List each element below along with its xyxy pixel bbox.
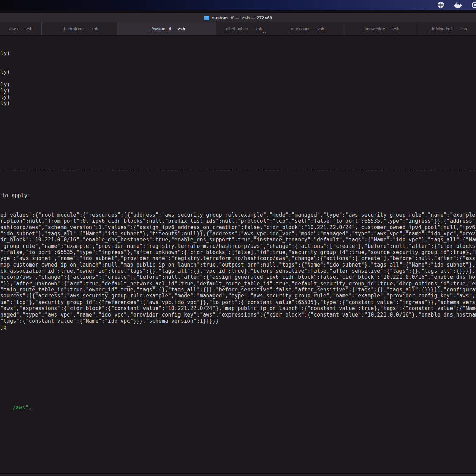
tab-label: .../custom_tf — xyxy=(148,27,176,31)
desktop-gap xyxy=(0,10,476,13)
json-line: naged","type":"aws_vpc","name":"ido_vpc"… xyxy=(0,312,476,318)
tab-label-zsh: -zsh xyxy=(176,27,185,31)
json-line: "ido_subnet"},"tags_all":{"Name":"ido_su… xyxy=(0,231,476,237)
shield-grid-icon[interactable] xyxy=(437,1,444,9)
json-line: ":false,"to_port":65535,"type":"ingress"… xyxy=(0,249,476,255)
provider-path-fragment: /aws", xyxy=(0,398,32,405)
apply-fragment: ly) xyxy=(1,82,10,88)
apply-fragment: ly) xyxy=(1,50,10,56)
broadcast-arc-icon[interactable] xyxy=(471,1,476,9)
json-line: "tags":{"constant_value":{"Name":"ido vp… xyxy=(0,318,476,324)
menu-bar-status-icons xyxy=(437,0,476,10)
json-line: hicorp/aws","change":{"actions":["create… xyxy=(0,274,476,280)
jq-comma: , xyxy=(29,405,32,411)
tab-olled-public[interactable]: ...olled-public — -zsh ... xyxy=(216,22,269,35)
jq-line: jq xyxy=(0,324,476,330)
tab-label: /aws — -zsh xyxy=(9,27,33,31)
docker-whale-icon[interactable] xyxy=(453,1,462,9)
json-line: "main_route_table_id":true,"owner_id":tr… xyxy=(0,287,476,293)
window-title: custom_tf — -zsh — 272×68 xyxy=(212,15,272,20)
json-line: ashicorp/aws","schema_version":1,"values… xyxy=(0,224,476,231)
tab-knowledge[interactable]: ...knowledge — -zsh xyxy=(343,22,419,35)
tab-o-account[interactable]: ...o-account — -zsh xyxy=(269,22,343,35)
tab-overflow-indicator[interactable]: ... xyxy=(261,29,266,34)
apply-fragment: ly) xyxy=(1,94,10,100)
json-line: dr_block":"10.221.0.0/16","enable_dns_ho… xyxy=(0,237,476,243)
tab-label: ...o-account — -zsh xyxy=(287,27,324,31)
json-line: ue":"tcp"},"security_group_id":{"referen… xyxy=(0,299,476,305)
plan-divider-line xyxy=(0,171,476,171)
terminal-tab-bar: /aws — -zsh ...i-terraform — -zsh .../cu… xyxy=(0,22,476,35)
json-line: map_customer_owned_ip_on_launch":null,"m… xyxy=(0,262,476,268)
json-line: ription":null,"from_port":0,"ipv6_cidr_b… xyxy=(0,218,476,224)
json-line: _group_rule","name":"example","provider_… xyxy=(0,243,476,249)
apply-fragment: ly) xyxy=(1,69,10,75)
tab-label: ...knowledge — -zsh xyxy=(361,27,400,31)
folder-icon xyxy=(204,16,209,20)
apply-fragment: ly) xyxy=(1,88,10,94)
terraform-json-output: ed_values":{"root_module":{"resources":[… xyxy=(0,212,476,330)
tab-aws[interactable]: /aws — -zsh xyxy=(0,22,42,35)
apply-fragment: ly) xyxy=(1,100,10,106)
json-line: ck_association_id":true,"owner_id":true,… xyxy=(0,268,476,274)
tab-label: ...olled-public — -zsh xyxy=(223,27,262,31)
terminal-window-titlebar[interactable]: custom_tf — -zsh — 272×68 xyxy=(0,13,476,23)
menu-bar xyxy=(0,0,476,10)
tab-label: ...de/cloudrail — -zsh xyxy=(427,27,467,31)
content-hairline xyxy=(0,45,476,45)
jq-green-string: /aws" xyxy=(13,405,29,411)
json-line: ype":"aws_subnet","name":"ido_subnet","p… xyxy=(0,255,476,261)
json-line: "}},"after_unknown":{"arn":true,"default… xyxy=(0,280,476,287)
tab-de-cloudrail[interactable]: ...de/cloudrail — -zsh xyxy=(418,22,476,35)
window-bottom-strip xyxy=(0,474,476,476)
to-apply-line: to apply: xyxy=(2,192,31,199)
json-line: "aws","expressions":{"cidr_block":{"cons… xyxy=(0,305,476,311)
terminal-content-area[interactable]: ly) ly) ly) ly) ly) ly) to apply: ed_val… xyxy=(0,36,476,476)
json-line: sources":[{"address":"aws_security_group… xyxy=(0,293,476,299)
json-line: ed_values":{"root_module":{"resources":[… xyxy=(0,212,476,218)
tab-i-terraform[interactable]: ...i-terraform — -zsh xyxy=(42,22,117,35)
tab-custom-tf-active[interactable]: .../custom_tf — -zsh xyxy=(117,22,217,35)
tab-label: ...i-terraform — -zsh xyxy=(61,27,98,31)
